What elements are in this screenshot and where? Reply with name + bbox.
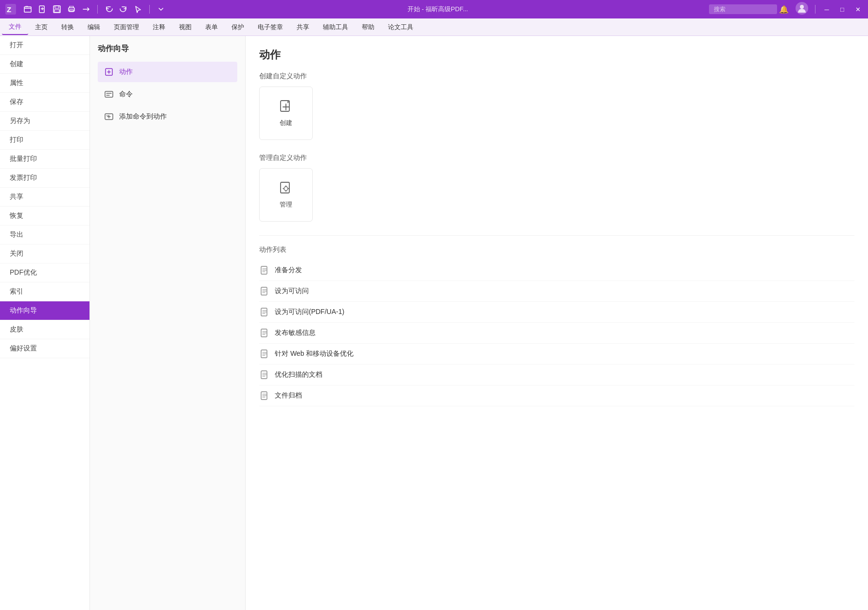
middle-panel-title: 动作向导 <box>98 44 237 54</box>
menu-item-thesis[interactable]: 论文工具 <box>381 20 420 35</box>
dropdown-icon[interactable] <box>156 4 166 15</box>
redo-icon[interactable] <box>118 4 129 15</box>
action-list-icon-1 <box>259 286 270 296</box>
manage-card-label: 管理 <box>280 200 292 209</box>
svg-rect-2 <box>24 7 31 12</box>
svg-rect-6 <box>54 10 59 12</box>
titlebar: Z 开始 - 福昕高级PDF.. <box>0 0 868 18</box>
menu-item-file[interactable]: 文件 <box>2 19 28 35</box>
menu-item-esign[interactable]: 电子签章 <box>251 20 290 35</box>
menu-item-protect[interactable]: 保护 <box>225 20 251 35</box>
add-command-nav-icon <box>104 111 114 122</box>
sidebar-item-share[interactable]: 共享 <box>0 188 89 207</box>
create-section-title: 创建自定义动作 <box>259 72 854 81</box>
svg-rect-12 <box>105 91 113 97</box>
action-list-icon-5 <box>259 369 270 380</box>
svg-point-16 <box>284 187 288 191</box>
menu-item-view[interactable]: 视图 <box>172 20 198 35</box>
action-nav-icon <box>104 67 114 77</box>
middle-panel: 动作向导 动作 命令 <box>90 36 246 610</box>
svg-text:Z: Z <box>7 5 11 14</box>
convert-icon[interactable] <box>81 4 91 15</box>
print-icon[interactable] <box>66 4 77 15</box>
section-divider <box>259 235 854 236</box>
action-list-icon-4 <box>259 349 270 359</box>
action-list-label-5: 优化扫描的文档 <box>275 370 322 379</box>
action-list-item-6[interactable]: 文件归档 <box>259 385 854 406</box>
menu-item-share[interactable]: 共享 <box>290 20 316 35</box>
sidebar-item-print[interactable]: 打印 <box>0 131 89 150</box>
search-input[interactable] <box>709 4 777 14</box>
action-list-item-1[interactable]: 设为可访问 <box>259 281 854 302</box>
sidebar-item-skin[interactable]: 皮肤 <box>0 320 89 339</box>
window-title: 开始 - 福昕高级PDF... <box>166 5 709 14</box>
bell-icon[interactable]: 🔔 <box>777 4 791 15</box>
sidebar-item-create[interactable]: 创建 <box>0 55 89 74</box>
sidebar-item-invoice-print[interactable]: 发票打印 <box>0 169 89 188</box>
close-button[interactable]: ✕ <box>851 3 864 16</box>
titlebar-right-divider <box>815 5 815 14</box>
action-list-item-4[interactable]: 针对 Web 和移动设备优化 <box>259 344 854 365</box>
toolbar-divider-2 <box>149 5 150 14</box>
action-list-item-0[interactable]: 准备分发 <box>259 260 854 281</box>
action-list-item-2[interactable]: 设为可访问(PDF/UA-1) <box>259 302 854 323</box>
sidebar-item-action-wizard[interactable]: 动作向导 <box>0 301 89 320</box>
action-list-item-3[interactable]: 发布敏感信息 <box>259 323 854 344</box>
action-list-item-5[interactable]: 优化扫描的文档 <box>259 365 854 385</box>
menubar: 文件 主页 转换 编辑 页面管理 注释 视图 表单 保护 电子签章 共享 辅助工… <box>0 18 868 36</box>
nav-item-action[interactable]: 动作 <box>98 62 237 82</box>
menu-item-edit[interactable]: 编辑 <box>81 20 107 35</box>
svg-point-10 <box>800 5 804 9</box>
create-card-label: 创建 <box>280 119 292 127</box>
save-icon[interactable] <box>52 4 62 15</box>
manage-card-grid: 管理 <box>259 168 854 222</box>
minimize-button[interactable]: ─ <box>820 3 833 16</box>
maximize-button[interactable]: □ <box>836 3 849 16</box>
sidebar-item-recover[interactable]: 恢复 <box>0 207 89 226</box>
open-file-icon[interactable] <box>22 4 33 15</box>
menu-item-home[interactable]: 主页 <box>28 20 54 35</box>
sidebar-item-properties[interactable]: 属性 <box>0 74 89 93</box>
sidebar-item-pdf-optimize[interactable]: PDF优化 <box>0 263 89 282</box>
menu-item-tools[interactable]: 辅助工具 <box>316 20 355 35</box>
action-list-icon-0 <box>259 265 270 276</box>
sidebar-item-preferences[interactable]: 偏好设置 <box>0 339 89 358</box>
create-action-card[interactable]: 创建 <box>259 87 313 140</box>
sidebar-item-index[interactable]: 索引 <box>0 282 89 301</box>
menu-item-convert[interactable]: 转换 <box>54 20 81 35</box>
sidebar-item-batch-print[interactable]: 批量打印 <box>0 150 89 169</box>
content-panel: 动作 创建自定义动作 创建 管理自定义动作 <box>246 36 868 610</box>
action-list-icon-3 <box>259 328 270 338</box>
menu-item-annotation[interactable]: 注释 <box>146 20 172 35</box>
pointer-icon[interactable] <box>133 4 143 15</box>
sidebar-item-save-as[interactable]: 另存为 <box>0 112 89 131</box>
new-file-icon[interactable] <box>37 4 48 15</box>
sidebar-item-close[interactable]: 关闭 <box>0 244 89 263</box>
action-list-label-1: 设为可访问 <box>275 287 309 296</box>
nav-item-action-label: 动作 <box>119 68 133 76</box>
nav-item-add-command-label: 添加命令到动作 <box>119 112 167 121</box>
user-avatar[interactable] <box>794 1 810 17</box>
sidebar-item-open[interactable]: 打开 <box>0 36 89 55</box>
create-card-icon <box>278 99 294 115</box>
toolbar-divider-1 <box>97 5 98 14</box>
app-logo: Z <box>4 2 18 16</box>
menu-item-page-manage[interactable]: 页面管理 <box>107 20 146 35</box>
action-list-icon-6 <box>259 390 270 401</box>
list-section-title: 动作列表 <box>259 245 854 254</box>
nav-item-command[interactable]: 命令 <box>98 84 237 105</box>
action-list-label-6: 文件归档 <box>275 391 302 400</box>
svg-rect-3 <box>39 6 44 13</box>
sidebar-item-export[interactable]: 导出 <box>0 226 89 244</box>
menu-item-form[interactable]: 表单 <box>198 20 225 35</box>
nav-item-add-command[interactable]: 添加命令到动作 <box>98 106 237 127</box>
content-title: 动作 <box>259 48 854 62</box>
create-card-grid: 创建 <box>259 87 854 140</box>
menu-item-help[interactable]: 帮助 <box>355 20 381 35</box>
undo-icon[interactable] <box>104 4 114 15</box>
sidebar-item-save[interactable]: 保存 <box>0 93 89 112</box>
manage-action-card[interactable]: 管理 <box>259 168 313 222</box>
titlebar-right: 🔔 ─ □ ✕ <box>777 1 864 17</box>
titlebar-tools <box>22 4 166 15</box>
sidebar: 打开 创建 属性 保存 另存为 打印 批量打印 发票打印 共享 恢复 导出 关闭… <box>0 36 90 610</box>
